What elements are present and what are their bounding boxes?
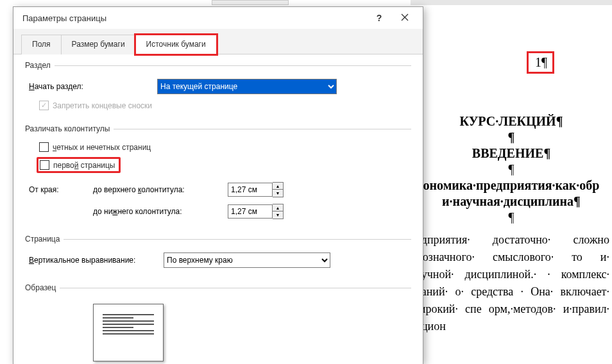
doc-line: ономика·предприятия·как·обр: [411, 178, 612, 193]
section-fieldset: Раздел Начать раздел: На текущей страниц…: [25, 61, 411, 119]
ruler-stub: [212, 0, 289, 5]
odd-even-label: четных и нечетных страниц: [53, 143, 151, 152]
preview-thumbnail: [93, 304, 164, 361]
page-setup-dialog: Параметры страницы ? Поля Размер бумаги …: [13, 6, 423, 364]
first-page-checkbox[interactable]: [40, 160, 49, 170]
doc-body: КУРС·ЛЕКЦИЙ¶ ¶ ВВЕДЕНИЕ¶ ¶ ономика·предп…: [411, 114, 612, 335]
preview-line: [103, 324, 154, 325]
spinner-buttons[interactable]: ▲▼: [273, 182, 284, 197]
headers-fieldset: Различать колонтитулы четных и нечетных …: [25, 124, 411, 229]
footer-dist-input[interactable]: [228, 204, 273, 219]
valign-label: Вертикальное выравнивание:: [29, 256, 157, 265]
preview-line: [103, 314, 154, 315]
help-button[interactable]: ?: [366, 13, 392, 23]
section-start-row: Начать раздел: На текущей странице: [29, 79, 407, 94]
to-header-label: до верхнего колонтитула:: [93, 185, 221, 194]
header-dist-input[interactable]: [228, 183, 273, 197]
suppress-endnotes-label: Запретить концевые сноски: [53, 101, 152, 110]
preview-line: [103, 327, 133, 328]
page-number-highlight: 1¶: [527, 51, 554, 74]
spinner-buttons[interactable]: ▲▼: [273, 204, 284, 219]
odd-even-checkbox[interactable]: [39, 142, 49, 152]
spin-down-icon[interactable]: ▼: [273, 211, 283, 219]
valign-row: Вертикальное выравнивание: По верхнему к…: [29, 252, 407, 268]
spin-down-icon[interactable]: ▼: [273, 190, 283, 197]
page-fieldset: Страница Вертикальное выравнивание: По в…: [25, 235, 411, 278]
doc-line: ¶: [411, 130, 612, 145]
page-legend: Страница: [25, 235, 64, 244]
odd-even-row: четных и нечетных страниц: [39, 142, 407, 152]
tab-paper-source[interactable]: Источник бумаги: [135, 35, 217, 54]
doc-line: и·научная·дисциплина¶: [411, 194, 612, 209]
section-start-label: Начать раздел:: [29, 82, 151, 91]
preview-fieldset: Образец: [25, 283, 411, 364]
dialog-title: Параметры страницы: [22, 13, 366, 23]
page-number: 1¶: [535, 55, 547, 69]
suppress-endnotes-row: ✓ Запретить концевые сноски: [39, 101, 407, 110]
tabstrip: Поля Размер бумаги Источник бумаги: [13, 29, 423, 54]
preview-line: [103, 333, 154, 335]
suppress-endnotes-checkbox: ✓: [39, 101, 49, 110]
preview-line: [103, 320, 154, 322]
headers-legend: Различать колонтитулы: [25, 124, 114, 133]
spin-up-icon[interactable]: ▲: [273, 204, 283, 211]
tab-paper-size[interactable]: Размер бумаги: [61, 35, 136, 54]
preview-line: [103, 317, 133, 318]
first-page-highlight: первой страницы: [37, 157, 121, 173]
titlebar: Параметры страницы ?: [13, 7, 423, 29]
to-footer-label: до нижнего колонтитула:: [93, 207, 221, 216]
doc-paragraph: редприятия· достаточно· сложно днозначно…: [411, 231, 612, 335]
close-icon: [401, 13, 409, 21]
preview-legend: Образец: [25, 283, 60, 292]
section-start-combo[interactable]: На текущей странице: [157, 79, 337, 94]
tab-fields[interactable]: Поля: [21, 35, 62, 54]
doc-line: ¶: [411, 162, 612, 177]
preview-line: [103, 330, 154, 331]
doc-top-margin: [411, 0, 612, 5]
document-page: 1¶ КУРС·ЛЕКЦИЙ¶ ¶ ВВЕДЕНИЕ¶ ¶ ономика·пр…: [411, 0, 612, 364]
first-page-label: первой страницы: [53, 161, 115, 170]
valign-combo[interactable]: По верхнему краю: [164, 252, 330, 268]
section-legend: Раздел: [25, 61, 55, 70]
from-edge-label: От края:: [29, 185, 87, 194]
doc-line: ¶: [411, 210, 612, 225]
header-dist-spinner[interactable]: ▲▼: [228, 182, 284, 197]
spin-up-icon[interactable]: ▲: [273, 183, 283, 190]
footer-dist-row: до нижнего колонтитула: ▲▼: [29, 204, 407, 219]
doc-line: ВВЕДЕНИЕ¶: [411, 146, 612, 161]
header-dist-row: От края: до верхнего колонтитула: ▲▼: [29, 182, 407, 197]
panel: Раздел Начать раздел: На текущей страниц…: [13, 54, 423, 364]
footer-dist-spinner[interactable]: ▲▼: [228, 204, 284, 219]
close-button[interactable]: [392, 13, 418, 23]
doc-line: КУРС·ЛЕКЦИЙ¶: [411, 114, 612, 129]
